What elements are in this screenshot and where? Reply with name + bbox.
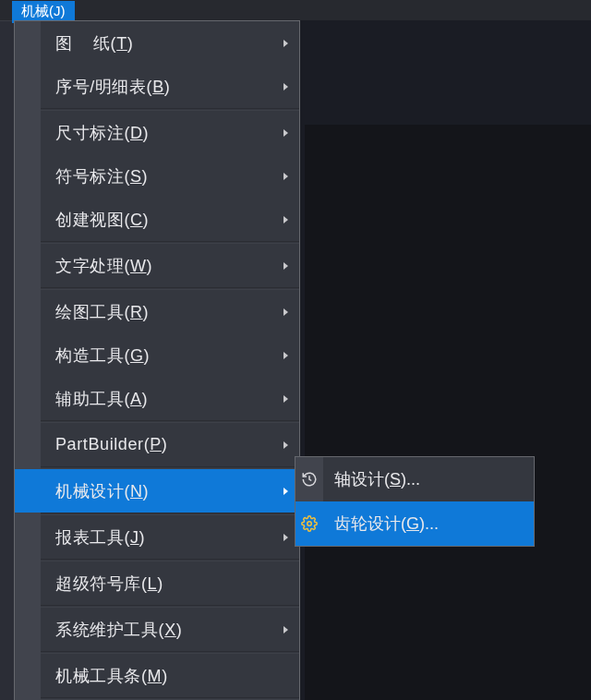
menu-item[interactable]: 机械工具条(M) (15, 654, 299, 697)
submenu-arrow-icon (283, 129, 288, 137)
main-dropdown-menu: 图 纸(T)序号/明细表(B)尺寸标注(D)符号标注(S)创建视图(C)文字处理… (14, 20, 300, 700)
menu-item-label: 创建视图(C) (15, 209, 149, 231)
menu-item-label: 绘图工具(R) (15, 301, 149, 323)
submenu-arrow-icon (283, 441, 288, 449)
submenu-arrow-icon (283, 262, 288, 270)
submenu-arrow-icon (283, 626, 288, 634)
submenu-arrow-icon (283, 83, 288, 91)
menu-item-label: 机械设计(N) (15, 480, 149, 502)
menu-item[interactable]: 绘图工具(R) (15, 290, 299, 333)
submenu-arrow-icon (283, 308, 288, 316)
submenu-arrow-icon (283, 40, 288, 47)
submenu-arrow-icon (283, 216, 288, 223)
submenu-arrow-icon (283, 173, 288, 180)
menu-item-label: 文字处理(W) (15, 255, 152, 277)
menu-item[interactable]: 图 纸(T) (15, 21, 299, 65)
submenu-item[interactable]: 齿轮设计(G)... (296, 501, 534, 546)
menu-item-label: 超级符号库(L) (15, 573, 163, 595)
menu-item-label: 机械工具条(M) (15, 665, 168, 687)
menu-item[interactable]: 构造工具(G) (15, 333, 299, 377)
menu-item-label: 报表工具(J) (15, 526, 145, 549)
menu-item[interactable]: 创建视图(C) (15, 198, 299, 241)
menu-item-label: 辅助工具(A) (15, 388, 148, 410)
submenu-arrow-icon (283, 534, 288, 541)
submenu-arrow-icon (283, 395, 288, 403)
menu-item-label: 序号/明细表(B) (15, 76, 170, 98)
menubar-label-pre: 机械( (21, 3, 54, 18)
canvas-dark-bg (305, 125, 591, 700)
titlebar-strip (0, 0, 591, 20)
history-icon (300, 470, 319, 489)
menu-item[interactable]: 序号/明细表(B) (15, 65, 299, 108)
menu-item[interactable]: 符号标注(S) (15, 154, 299, 198)
menu-item[interactable]: 系统维护工具(X) (15, 608, 299, 651)
menu-item-label: 符号标注(S) (15, 165, 148, 187)
svg-point-0 (308, 522, 312, 526)
menu-item[interactable]: 辅助工具(A) (15, 377, 299, 420)
menubar-label-key: J (54, 3, 61, 18)
menu-item[interactable]: 机械设计(N) (15, 469, 299, 513)
menu-item-label: 系统维护工具(X) (15, 619, 182, 641)
menu-item[interactable]: 超级符号库(L) (15, 561, 299, 605)
menu-item-label: PartBuilder(P) (15, 435, 167, 454)
gear-icon (300, 514, 319, 533)
menu-item-label: 图 纸(T) (15, 32, 133, 54)
menubar-label-post: ) (61, 3, 66, 18)
menu-item-label: 构造工具(G) (15, 344, 150, 367)
submenu-item[interactable]: 轴设计(S)... (296, 457, 534, 501)
submenu-arrow-icon (283, 352, 288, 359)
mechanical-design-submenu: 轴设计(S)...齿轮设计(G)... (295, 456, 535, 547)
menu-item[interactable]: 文字处理(W) (15, 244, 299, 287)
submenu-arrow-icon (283, 488, 288, 495)
menu-item-label: 尺寸标注(D) (15, 122, 149, 144)
menu-item[interactable]: PartBuilder(P) (15, 423, 299, 466)
app-left-stub (0, 20, 14, 700)
menu-item[interactable]: 报表工具(J) (15, 515, 299, 559)
menu-item[interactable]: 尺寸标注(D) (15, 111, 299, 154)
